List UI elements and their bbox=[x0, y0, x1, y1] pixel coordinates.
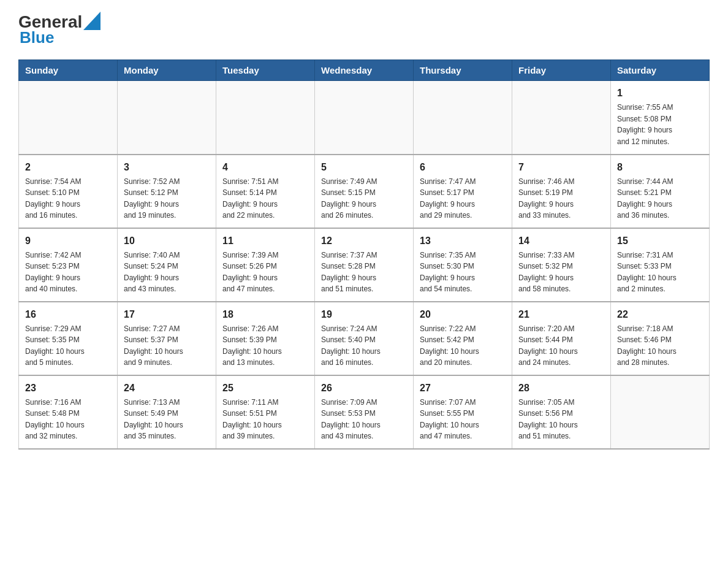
day-info: Sunrise: 7:11 AM Sunset: 5:51 PM Dayligh… bbox=[222, 397, 308, 442]
day-info: Sunrise: 7:26 AM Sunset: 5:39 PM Dayligh… bbox=[222, 323, 308, 369]
calendar-cell: 17Sunrise: 7:27 AM Sunset: 5:37 PM Dayli… bbox=[118, 302, 216, 375]
calendar-cell: 16Sunrise: 7:29 AM Sunset: 5:35 PM Dayli… bbox=[19, 302, 118, 375]
day-info: Sunrise: 7:35 AM Sunset: 5:30 PM Dayligh… bbox=[420, 250, 506, 295]
day-info: Sunrise: 7:54 AM Sunset: 5:10 PM Dayligh… bbox=[25, 176, 111, 221]
day-info: Sunrise: 7:20 AM Sunset: 5:44 PM Dayligh… bbox=[518, 323, 604, 369]
calendar-cell: 25Sunrise: 7:11 AM Sunset: 5:51 PM Dayli… bbox=[216, 375, 315, 449]
day-info: Sunrise: 7:39 AM Sunset: 5:26 PM Dayligh… bbox=[222, 250, 308, 295]
day-number: 14 bbox=[518, 234, 604, 248]
calendar-table: SundayMondayTuesdayWednesdayThursdayFrid… bbox=[18, 59, 710, 450]
day-info: Sunrise: 7:07 AM Sunset: 5:55 PM Dayligh… bbox=[420, 397, 506, 442]
weekday-tuesday: Tuesday bbox=[216, 60, 315, 81]
day-info: Sunrise: 7:13 AM Sunset: 5:49 PM Dayligh… bbox=[124, 397, 210, 442]
weekday-sunday: Sunday bbox=[19, 60, 118, 81]
calendar-body: 1Sunrise: 7:55 AM Sunset: 5:08 PM Daylig… bbox=[19, 81, 710, 449]
logo: General Blue bbox=[18, 12, 100, 47]
day-number: 21 bbox=[518, 307, 604, 322]
calendar-cell: 8Sunrise: 7:44 AM Sunset: 5:21 PM Daylig… bbox=[611, 155, 710, 228]
day-number: 13 bbox=[420, 234, 506, 248]
day-info: Sunrise: 7:05 AM Sunset: 5:56 PM Dayligh… bbox=[518, 397, 604, 442]
calendar-cell: 28Sunrise: 7:05 AM Sunset: 5:56 PM Dayli… bbox=[512, 375, 611, 449]
calendar-cell: 10Sunrise: 7:40 AM Sunset: 5:24 PM Dayli… bbox=[118, 228, 216, 302]
calendar-cell: 1Sunrise: 7:55 AM Sunset: 5:08 PM Daylig… bbox=[611, 81, 710, 155]
day-info: Sunrise: 7:42 AM Sunset: 5:23 PM Dayligh… bbox=[25, 250, 111, 295]
calendar-cell bbox=[414, 81, 512, 155]
day-info: Sunrise: 7:16 AM Sunset: 5:48 PM Dayligh… bbox=[25, 397, 111, 442]
calendar-cell: 18Sunrise: 7:26 AM Sunset: 5:39 PM Dayli… bbox=[216, 302, 315, 375]
day-info: Sunrise: 7:46 AM Sunset: 5:19 PM Dayligh… bbox=[518, 176, 604, 221]
day-info: Sunrise: 7:55 AM Sunset: 5:08 PM Dayligh… bbox=[617, 102, 703, 147]
calendar-cell: 23Sunrise: 7:16 AM Sunset: 5:48 PM Dayli… bbox=[19, 375, 118, 449]
calendar-cell bbox=[216, 81, 315, 155]
day-info: Sunrise: 7:29 AM Sunset: 5:35 PM Dayligh… bbox=[25, 323, 111, 369]
day-number: 17 bbox=[124, 307, 210, 322]
weekday-header-row: SundayMondayTuesdayWednesdayThursdayFrid… bbox=[19, 60, 710, 81]
calendar-cell bbox=[19, 81, 118, 155]
calendar-cell: 26Sunrise: 7:09 AM Sunset: 5:53 PM Dayli… bbox=[315, 375, 414, 449]
day-number: 19 bbox=[321, 307, 407, 322]
calendar-cell: 15Sunrise: 7:31 AM Sunset: 5:33 PM Dayli… bbox=[611, 228, 710, 302]
calendar-cell: 27Sunrise: 7:07 AM Sunset: 5:55 PM Dayli… bbox=[414, 375, 512, 449]
day-number: 25 bbox=[222, 381, 308, 396]
day-number: 9 bbox=[25, 234, 111, 248]
calendar-week-3: 9Sunrise: 7:42 AM Sunset: 5:23 PM Daylig… bbox=[19, 228, 710, 302]
weekday-wednesday: Wednesday bbox=[315, 60, 414, 81]
weekday-saturday: Saturday bbox=[611, 60, 710, 81]
logo-blue: Blue bbox=[20, 28, 54, 47]
day-info: Sunrise: 7:31 AM Sunset: 5:33 PM Dayligh… bbox=[617, 250, 703, 295]
calendar-cell bbox=[315, 81, 414, 155]
day-number: 20 bbox=[420, 307, 506, 322]
calendar-cell: 3Sunrise: 7:52 AM Sunset: 5:12 PM Daylig… bbox=[118, 155, 216, 228]
calendar-cell: 5Sunrise: 7:49 AM Sunset: 5:15 PM Daylig… bbox=[315, 155, 414, 228]
calendar-cell: 7Sunrise: 7:46 AM Sunset: 5:19 PM Daylig… bbox=[512, 155, 611, 228]
calendar-cell: 20Sunrise: 7:22 AM Sunset: 5:42 PM Dayli… bbox=[414, 302, 512, 375]
calendar-cell: 21Sunrise: 7:20 AM Sunset: 5:44 PM Dayli… bbox=[512, 302, 611, 375]
day-number: 11 bbox=[222, 234, 308, 248]
calendar-header: SundayMondayTuesdayWednesdayThursdayFrid… bbox=[19, 60, 710, 81]
day-number: 27 bbox=[420, 381, 506, 396]
day-info: Sunrise: 7:24 AM Sunset: 5:40 PM Dayligh… bbox=[321, 323, 407, 369]
calendar-cell bbox=[512, 81, 611, 155]
logo-triangle-icon bbox=[83, 12, 100, 30]
day-number: 24 bbox=[124, 381, 210, 396]
calendar-cell: 14Sunrise: 7:33 AM Sunset: 5:32 PM Dayli… bbox=[512, 228, 611, 302]
day-info: Sunrise: 7:51 AM Sunset: 5:14 PM Dayligh… bbox=[222, 176, 308, 221]
day-number: 12 bbox=[321, 234, 407, 248]
day-info: Sunrise: 7:49 AM Sunset: 5:15 PM Dayligh… bbox=[321, 176, 407, 221]
calendar-cell: 13Sunrise: 7:35 AM Sunset: 5:30 PM Dayli… bbox=[414, 228, 512, 302]
calendar-week-5: 23Sunrise: 7:16 AM Sunset: 5:48 PM Dayli… bbox=[19, 375, 710, 449]
calendar-cell bbox=[611, 375, 710, 449]
calendar-cell: 12Sunrise: 7:37 AM Sunset: 5:28 PM Dayli… bbox=[315, 228, 414, 302]
day-number: 1 bbox=[617, 86, 703, 101]
day-number: 4 bbox=[222, 160, 308, 175]
day-info: Sunrise: 7:37 AM Sunset: 5:28 PM Dayligh… bbox=[321, 250, 407, 295]
day-number: 10 bbox=[124, 234, 210, 248]
day-info: Sunrise: 7:09 AM Sunset: 5:53 PM Dayligh… bbox=[321, 397, 407, 442]
weekday-thursday: Thursday bbox=[414, 60, 512, 81]
calendar-cell: 24Sunrise: 7:13 AM Sunset: 5:49 PM Dayli… bbox=[118, 375, 216, 449]
svg-marker-0 bbox=[83, 12, 100, 30]
weekday-monday: Monday bbox=[118, 60, 216, 81]
calendar-week-4: 16Sunrise: 7:29 AM Sunset: 5:35 PM Dayli… bbox=[19, 302, 710, 375]
day-number: 7 bbox=[518, 160, 604, 175]
day-number: 15 bbox=[617, 234, 703, 248]
day-number: 22 bbox=[617, 307, 703, 322]
day-info: Sunrise: 7:52 AM Sunset: 5:12 PM Dayligh… bbox=[124, 176, 210, 221]
day-number: 2 bbox=[25, 160, 111, 175]
day-info: Sunrise: 7:44 AM Sunset: 5:21 PM Dayligh… bbox=[617, 176, 703, 221]
calendar-cell: 9Sunrise: 7:42 AM Sunset: 5:23 PM Daylig… bbox=[19, 228, 118, 302]
day-number: 28 bbox=[518, 381, 604, 396]
calendar-cell: 4Sunrise: 7:51 AM Sunset: 5:14 PM Daylig… bbox=[216, 155, 315, 228]
day-number: 26 bbox=[321, 381, 407, 396]
calendar-cell: 11Sunrise: 7:39 AM Sunset: 5:26 PM Dayli… bbox=[216, 228, 315, 302]
calendar-cell: 19Sunrise: 7:24 AM Sunset: 5:40 PM Dayli… bbox=[315, 302, 414, 375]
weekday-friday: Friday bbox=[512, 60, 611, 81]
page-header: General Blue bbox=[18, 12, 710, 47]
day-info: Sunrise: 7:40 AM Sunset: 5:24 PM Dayligh… bbox=[124, 250, 210, 295]
day-number: 8 bbox=[617, 160, 703, 175]
calendar-cell: 2Sunrise: 7:54 AM Sunset: 5:10 PM Daylig… bbox=[19, 155, 118, 228]
day-number: 3 bbox=[124, 160, 210, 175]
day-number: 23 bbox=[25, 381, 111, 396]
day-number: 5 bbox=[321, 160, 407, 175]
day-info: Sunrise: 7:27 AM Sunset: 5:37 PM Dayligh… bbox=[124, 323, 210, 369]
